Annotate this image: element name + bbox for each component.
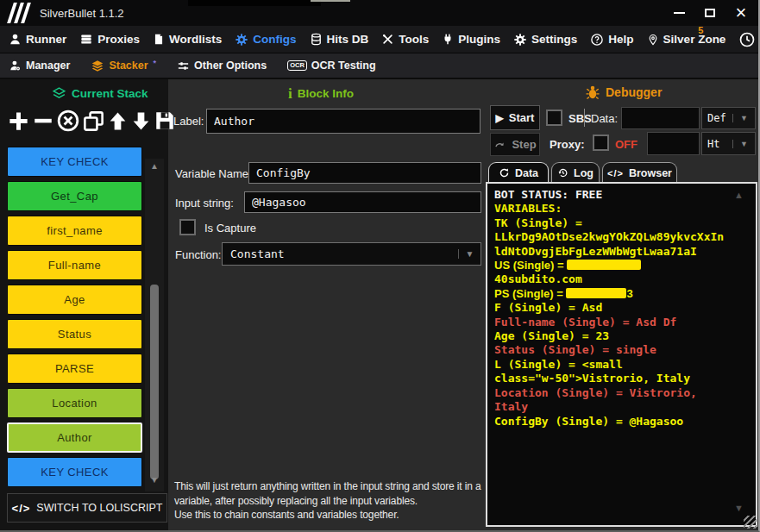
add-block-button[interactable]: [7, 110, 30, 133]
menu-label: Runner: [26, 33, 66, 46]
switch-button-label: SWITCH TO LOLISCRIPT: [36, 502, 162, 514]
stack-block-firstname[interactable]: first_name: [7, 216, 142, 246]
switch-to-loliscript-button[interactable]: </> SWITCH TO LOLISCRIPT: [7, 493, 167, 523]
move-up-button[interactable]: [107, 110, 129, 132]
stack-layers-icon: [52, 86, 66, 101]
tab-browser[interactable]: </> Browser: [602, 162, 677, 183]
menu-item-tools[interactable]: Tools: [381, 33, 429, 46]
close-button[interactable]: ×: [732, 4, 750, 22]
block-info-header: i Block Info: [288, 87, 354, 100]
sbs-label: SBS: [568, 112, 592, 125]
ocr-icon: OCR: [287, 60, 307, 71]
menu-item-runner[interactable]: Runner: [9, 33, 66, 46]
runner-person-icon: [9, 33, 22, 46]
subnav-label: Manager: [26, 59, 70, 72]
step-button[interactable]: Step: [490, 133, 540, 156]
function-value: Constant: [223, 247, 458, 260]
data-input[interactable]: [621, 107, 700, 129]
function-caption: Function:: [175, 248, 221, 261]
move-down-button[interactable]: [130, 110, 152, 132]
data-type-value: Def: [702, 112, 732, 124]
menu-item-configs[interactable]: Configs: [235, 33, 296, 47]
stack-block-keycheck-2[interactable]: KEY CHECK: [7, 457, 142, 487]
stack-block-age[interactable]: Age: [7, 285, 142, 315]
menu-item-help[interactable]: Help: [590, 33, 633, 47]
menu-item-settings[interactable]: Settings: [513, 33, 577, 47]
refresh-icon: [499, 167, 510, 178]
debugger-log-panel[interactable]: BOT STATUS: FREE VARIABLES: TK (Single) …: [486, 182, 757, 527]
menu-item-plugins[interactable]: Plugins: [442, 33, 500, 46]
tab-data[interactable]: Data: [488, 162, 549, 183]
menu-label: Hits DB: [327, 33, 369, 46]
log-line: Status (Single) = single: [494, 343, 749, 357]
stack-block-parse[interactable]: PARSE: [7, 354, 142, 384]
is-capture-label: Is Capture: [204, 222, 256, 235]
stack-block-fullname[interactable]: Full-name: [7, 250, 142, 280]
log-line: BOT STATUS: FREE: [494, 188, 749, 202]
stack-block-author-selected[interactable]: Author: [7, 422, 142, 453]
proxy-input[interactable]: [647, 132, 700, 155]
menu-item-wordlists[interactable]: Wordlists: [153, 33, 222, 46]
start-button[interactable]: ▶ Start: [490, 105, 540, 130]
map-pin-icon: [647, 33, 659, 47]
block-description: This will just return anything written i…: [174, 479, 502, 523]
sbs-checkbox[interactable]: [546, 110, 562, 126]
data-caption: Data:: [591, 112, 618, 125]
input-string-input[interactable]: [244, 191, 481, 213]
proxy-checkbox[interactable]: [593, 135, 609, 151]
section-title: Current Stack: [72, 87, 148, 100]
subnav-item-manager[interactable]: Manager: [9, 59, 70, 72]
is-capture-checkbox[interactable]: [179, 219, 196, 235]
menu-item-hits-db[interactable]: Hits DB: [310, 33, 369, 46]
stack-block-keycheck[interactable]: KEY CHECK: [7, 147, 142, 177]
step-label: Step: [512, 138, 536, 151]
scroll-up-icon[interactable]: ▲: [734, 190, 744, 200]
chevron-down-icon: ▼: [458, 249, 480, 259]
clone-block-button[interactable]: [82, 110, 105, 133]
data-type-select[interactable]: Def ▼: [701, 107, 756, 129]
scroll-up-icon[interactable]: ▲: [145, 160, 164, 172]
stack-scrollbar[interactable]: ▲ ▼: [145, 159, 164, 491]
variable-name-input[interactable]: [248, 162, 481, 184]
delete-block-button[interactable]: [56, 109, 80, 133]
scroll-down-icon[interactable]: ▼: [734, 503, 744, 513]
menu-item-proxies[interactable]: Proxies: [79, 33, 140, 46]
log-line: VARIABLES:: [494, 202, 749, 216]
code-icon: </>: [607, 168, 624, 178]
label-input[interactable]: [206, 109, 480, 134]
minimize-button[interactable]: [670, 4, 688, 22]
step-arrow-icon: [493, 139, 506, 150]
window-resize-grip[interactable]: [744, 516, 757, 529]
code-icon: </>: [12, 502, 31, 515]
background-window-sliver: [311, 0, 350, 2]
remove-block-button[interactable]: [32, 110, 54, 132]
scroll-down-icon[interactable]: ▼: [145, 474, 164, 486]
menu-label: Wordlists: [169, 33, 222, 46]
silver-zone-badge: 5: [698, 25, 703, 35]
window-controls: ×: [670, 4, 750, 22]
menu-label: Tools: [399, 33, 429, 46]
proxy-caption: Proxy:: [550, 138, 584, 151]
current-stack-header: Current Stack: [52, 86, 148, 101]
log-line: class="w-50">Vistrorio, Italy: [494, 372, 749, 385]
history-clock-icon[interactable]: [738, 31, 756, 48]
proxy-status: OFF: [615, 138, 638, 151]
scrollbar-thumb[interactable]: [150, 285, 159, 479]
function-select[interactable]: Constant ▼: [222, 242, 481, 266]
menu-label: Silver Zone: [663, 33, 726, 46]
menu-item-silver-zone[interactable]: 5 Silver Zone: [647, 33, 726, 47]
menu-label: Settings: [531, 33, 577, 46]
stack-block-status[interactable]: Status: [7, 319, 142, 349]
log-line: Full-name (Single) = Asd Df: [494, 316, 749, 329]
subnav-item-other-options[interactable]: Other Options: [177, 59, 267, 72]
help-question-icon: [590, 33, 604, 47]
subnav-item-ocr-testing[interactable]: OCR OCR Testing: [287, 59, 375, 72]
subnav-item-stacker[interactable]: Stacker *: [91, 59, 156, 72]
proxy-type-select[interactable]: Ht ▼: [701, 132, 756, 155]
maximize-button[interactable]: [701, 4, 719, 22]
tab-log[interactable]: Log: [551, 162, 600, 183]
stack-block-location[interactable]: Location: [7, 388, 142, 418]
titlebar: SilverBullet 1.1.2 ×: [0, 0, 760, 26]
tab-label: Log: [574, 167, 594, 179]
stack-block-getcap[interactable]: Get_Cap: [7, 181, 142, 211]
